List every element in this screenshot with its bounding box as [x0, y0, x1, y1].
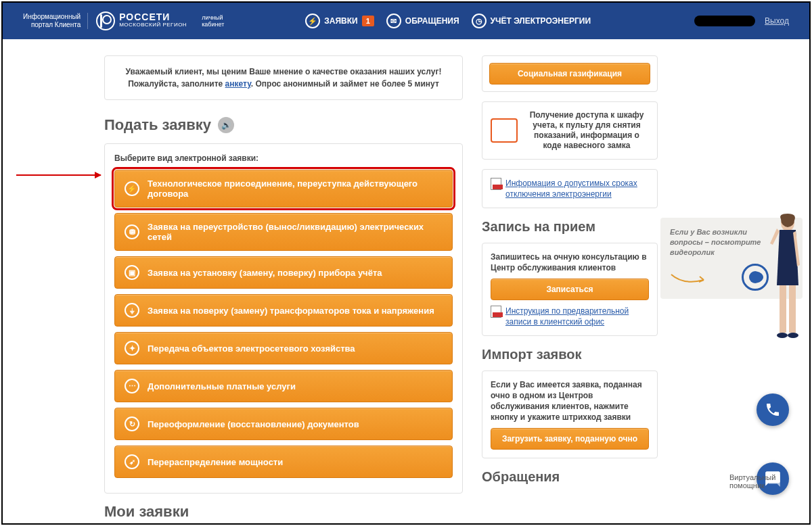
app-type-tech-connection[interactable]: ⚡ Технологическое присоединение, переуст…	[114, 170, 453, 208]
app-type-label: Заявка на поверку (замену) трансформатор…	[148, 306, 434, 316]
notice-line2b: . Опрос анонимный и займет не более 5 ми…	[251, 79, 439, 89]
meter-icon: ▣	[125, 265, 139, 280]
app-type-transformer-check[interactable]: ⏚ Заявка на поверку (замену) трансформат…	[114, 294, 453, 327]
nav-metering[interactable]: ◷ УЧЁТ ЭЛЕКТРОЭНЕРГИИ	[472, 14, 591, 28]
cabinet-access-text: Получение доступа к шкафу учета, к пульт…	[524, 110, 649, 151]
gasification-card: Социальная газификация	[482, 55, 658, 92]
app-type-label: Перераспределение мощности	[148, 457, 283, 467]
portal-label: Информационный портал Клиента	[23, 13, 88, 29]
portal-line1: Информационный	[23, 13, 81, 21]
app-type-reissue-docs[interactable]: ↻ Переоформление (восстановление) докуме…	[114, 408, 453, 440]
applications-badge: 1	[362, 16, 374, 26]
annotation-arrow	[16, 174, 101, 176]
app-type-transfer-objects[interactable]: ✦ Передача объектов электросетевого хозя…	[114, 332, 453, 364]
submit-application-title: Подать заявку 🔊	[104, 116, 463, 134]
sidebar-column: Социальная газификация Получение доступа…	[482, 55, 658, 523]
my-applications-title: Мои заявки	[104, 503, 463, 521]
select-type-label: Выберите вид электронной заявки:	[114, 153, 453, 163]
app-type-redistribute-power[interactable]: ➶ Перераспределение мощности	[114, 446, 453, 478]
bolt-icon: ⚡	[125, 181, 139, 196]
app-type-label: Дополнительные платные услуги	[148, 381, 296, 391]
pdf-icon	[491, 178, 501, 190]
star-icon: ✦	[125, 341, 139, 356]
appointment-title: Запись на прием	[482, 219, 658, 235]
notice-line1: Уважаемый клиент, мы ценим Ваше мнение о…	[124, 66, 443, 78]
survey-notice: Уважаемый клиент, мы ценим Ваше мнение о…	[104, 55, 463, 100]
cabinet-access-card[interactable]: Получение доступа к шкафу учета, к пульт…	[482, 101, 658, 160]
header-left: Информационный портал Клиента РОССЕТИ МО…	[23, 11, 224, 30]
svg-rect-1	[780, 285, 786, 333]
nav-metering-label: УЧЁТ ЭЛЕКТРОЭНЕРГИИ	[491, 16, 591, 26]
nav-appeals[interactable]: ✉ ОБРАЩЕНИЯ	[386, 14, 459, 28]
meter-icon: ◷	[472, 14, 487, 28]
play-video-icon[interactable]	[742, 264, 769, 291]
curved-arrow-icon	[670, 273, 710, 287]
import-card: Если у Вас имеется заявка, поданная очно…	[482, 370, 658, 458]
outage-info-card: Информация о допустимых сроках отключени…	[482, 169, 658, 208]
app-type-label: Переоформление (восстановление) документ…	[148, 419, 359, 429]
nav-applications-label: ЗАЯВКИ	[324, 16, 357, 26]
speaker-icon[interactable]: 🔊	[218, 117, 234, 133]
pdf-icon	[491, 306, 501, 318]
import-button[interactable]: Загрузить заявку, поданную очно	[491, 428, 649, 450]
refresh-icon: ↻	[125, 416, 139, 431]
brand-main: РОССЕТИ	[119, 13, 187, 21]
appointment-text: Запишитесь на очную консультацию в Центр…	[491, 252, 649, 273]
svg-point-3	[777, 333, 788, 338]
plug-icon: ⏚	[125, 303, 139, 318]
compass-icon: ➶	[125, 454, 139, 469]
submit-title-text: Подать заявку	[104, 116, 211, 134]
assistant-avatar	[766, 211, 807, 346]
main-column: Уважаемый клиент, мы ценим Ваше мнение о…	[104, 55, 463, 523]
instruction-link[interactable]: Инструкция по предварительной записи в к…	[505, 306, 649, 327]
nav-appeals-label: ОБРАЩЕНИЯ	[405, 16, 459, 26]
header-bar: Информационный портал Клиента РОССЕТИ МО…	[3, 3, 809, 39]
logout-link[interactable]: Выход	[765, 16, 789, 26]
rosseti-logo-icon	[96, 11, 115, 30]
svg-rect-2	[789, 285, 796, 333]
more-icon: ⋯	[125, 379, 139, 393]
cabinet-line1: личный	[202, 14, 224, 21]
assistant-hint: Если у Вас возникли вопросы – посмотрите…	[670, 227, 770, 258]
notice-line2a: Пожалуйста, заполните	[128, 79, 225, 89]
tower-icon: ⛃	[125, 224, 139, 239]
import-text: Если у Вас имеется заявка, поданная очно…	[491, 379, 649, 423]
app-type-label: Заявка на переустройство (вынос/ликвидац…	[148, 222, 443, 242]
brand-text: РОССЕТИ МОСКОВСКИЙ РЕГИОН	[119, 13, 187, 29]
application-types-box: Выберите вид электронной заявки: ⚡ Техно…	[104, 143, 463, 494]
brand-logo[interactable]: РОССЕТИ МОСКОВСКИЙ РЕГИОН	[96, 11, 187, 30]
app-type-label: Передача объектов электросетевого хозяйс…	[148, 343, 355, 354]
app-type-paid-services[interactable]: ⋯ Дополнительные платные услуги	[114, 370, 453, 402]
nav-applications[interactable]: ⚡ ЗАЯВКИ 1	[305, 14, 374, 28]
outage-info-link[interactable]: Информация о допустимых сроках отключени…	[505, 178, 649, 199]
cabinet-icon	[491, 118, 518, 143]
app-type-meter-install[interactable]: ▣ Заявка на установку (замену, поверку) …	[114, 256, 453, 289]
virtual-assistant-label: Виртуальный помощник	[729, 473, 804, 489]
social-gasification-button[interactable]: Социальная газификация	[489, 63, 650, 85]
svg-point-4	[788, 333, 798, 338]
app-type-reconstruction[interactable]: ⛃ Заявка на переустройство (вынос/ликвид…	[114, 213, 453, 251]
app-type-label: Технологическое присоединение, переуступ…	[148, 178, 443, 199]
my-apps-title-text: Мои заявки	[104, 503, 189, 521]
phone-icon	[765, 402, 781, 418]
portal-line2: портал Клиента	[23, 21, 81, 29]
user-name-redacted	[694, 16, 755, 26]
appointment-card: Запишитесь на очную консультацию в Центр…	[482, 243, 658, 336]
cabinet-line2: кабинет	[202, 21, 224, 28]
appeals-title: Обращения	[482, 469, 658, 485]
appointment-button[interactable]: Записаться	[491, 279, 649, 300]
import-title: Импорт заявок	[482, 347, 658, 362]
app-type-label: Заявка на установку (замену, поверку) пр…	[148, 268, 382, 278]
phone-fab[interactable]	[757, 393, 789, 426]
cabinet-label[interactable]: личный кабинет	[202, 14, 224, 28]
envelope-icon: ✉	[386, 14, 401, 28]
survey-link[interactable]: анкету	[225, 79, 251, 89]
assistant-widget: Если у Вас возникли вопросы – посмотрите…	[660, 218, 803, 299]
bolt-icon: ⚡	[305, 14, 320, 28]
header-right: Выход	[694, 16, 789, 26]
header-nav: ⚡ ЗАЯВКИ 1 ✉ ОБРАЩЕНИЯ ◷ УЧЁТ ЭЛЕКТРОЭНЕ…	[305, 14, 591, 28]
notice-line2: Пожалуйста, заполните анкету. Опрос анон…	[124, 78, 443, 90]
brand-sub: МОСКОВСКИЙ РЕГИОН	[119, 21, 187, 29]
